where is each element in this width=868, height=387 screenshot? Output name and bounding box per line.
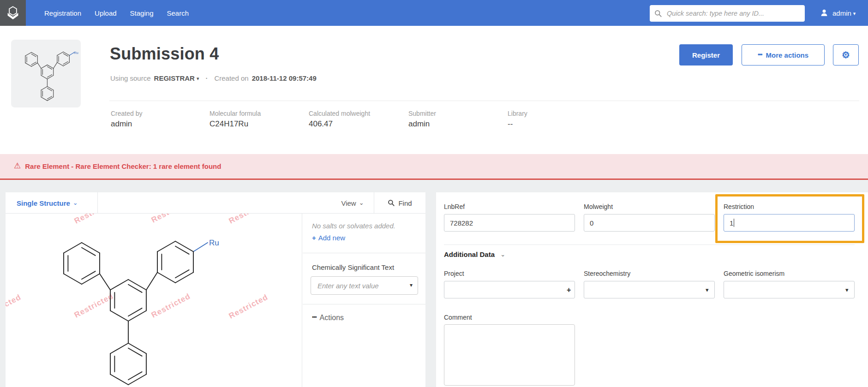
find-button[interactable]: Find xyxy=(374,192,425,214)
molweight-input[interactable] xyxy=(584,214,715,232)
atom-label-ru: Ru xyxy=(74,51,78,55)
project-label: Project xyxy=(444,270,464,277)
restriction-value: 1 xyxy=(730,219,733,227)
molecule-thumbnail-svg: Ru xyxy=(11,40,81,107)
project-input[interactable] xyxy=(444,281,575,298)
cst-label: Chemically Significant Text xyxy=(312,263,394,271)
using-source-label: Using source xyxy=(110,74,151,82)
hexagon-box-logo-icon xyxy=(4,4,22,22)
add-new-label: Add new xyxy=(318,234,345,242)
app-logo[interactable] xyxy=(0,0,26,26)
quick-search-box xyxy=(650,5,805,22)
nav-item-registration[interactable]: Registration xyxy=(44,9,81,17)
add-new-salt-link[interactable]: +Add new xyxy=(312,234,345,242)
more-actions-label: More actions xyxy=(766,51,809,59)
additional-data-label: Additional Data xyxy=(444,250,495,258)
nav-item-staging[interactable]: Staging xyxy=(130,9,154,17)
meta-label: Submitter xyxy=(408,110,436,117)
alert-message: Rare Element - Rare Element Checker: 1 r… xyxy=(25,162,221,170)
created-on-value: 2018-11-12 09:57:49 xyxy=(252,74,317,82)
header-divider xyxy=(109,101,859,101)
nav-item-upload[interactable]: Upload xyxy=(95,9,117,17)
meta-molecular-formula: Molecular formula C24H17Ru xyxy=(210,110,261,129)
more-actions-button[interactable]: ••• More actions xyxy=(742,44,825,65)
meta-label: Created by xyxy=(111,110,142,117)
meta-calculated-molweight: Calculated molweight 406.47 xyxy=(309,110,370,129)
user-menu[interactable]: admin ▾ xyxy=(820,0,856,26)
structure-side-column: No salts or solvates added. +Add new Che… xyxy=(303,214,425,387)
lnbref-input[interactable] xyxy=(444,214,575,232)
structure-mode-label: Single Structure xyxy=(17,199,70,207)
meta-submitter: Submitter admin xyxy=(408,110,436,129)
structure-thumbnail[interactable]: Ru xyxy=(11,40,81,107)
cst-field: ▾ xyxy=(311,276,418,295)
submission-header: Ru Submission 4 Using source REGISTRAR ▾… xyxy=(0,26,868,154)
cst-input[interactable] xyxy=(311,276,418,295)
restriction-input[interactable]: 1 xyxy=(724,214,855,232)
molweight-label: Molweight xyxy=(584,203,613,210)
nav-menu: Registration Upload Staging Search xyxy=(44,0,189,26)
meta-value: admin xyxy=(408,119,436,129)
plus-icon: + xyxy=(312,234,316,242)
meta-label: Molecular formula xyxy=(210,110,261,117)
form-panel: LnbRef Molweight Restriction 1 Additiona… xyxy=(436,192,868,387)
chevron-down-icon: ⌄ xyxy=(73,199,78,206)
salts-empty-text: No salts or solvates added. xyxy=(312,222,395,230)
submission-subline: Using source REGISTRAR ▾ · Created on 20… xyxy=(110,74,317,82)
form-divider xyxy=(444,244,855,245)
meta-value: 406.47 xyxy=(309,119,370,129)
geometric-isomerism-select[interactable] xyxy=(724,281,855,298)
actions-menu-button[interactable]: •••Actions xyxy=(312,314,344,322)
structure-mode-select[interactable]: Single Structure ⌄ xyxy=(6,192,98,214)
geometric-isomerism-label: Geometric isomerism xyxy=(724,270,784,277)
stereochemistry-label: Stereochemistry xyxy=(584,270,630,277)
comment-label: Comment xyxy=(444,314,472,321)
stereochemistry-select[interactable] xyxy=(584,281,715,298)
meta-label: Calculated molweight xyxy=(309,110,370,117)
source-select[interactable]: REGISTRAR xyxy=(154,74,195,82)
atom-label-ru: Ru xyxy=(209,238,219,247)
meta-value: -- xyxy=(508,119,527,129)
ellipsis-icon: ••• xyxy=(758,51,762,58)
view-label: View xyxy=(341,199,356,207)
structure-panel-header: Single Structure ⌄ View ⌄ Find xyxy=(6,192,425,214)
cst-section: Chemically Significant Text ▾ xyxy=(303,253,425,304)
warning-icon: ⚠ xyxy=(14,161,21,171)
rare-element-alert[interactable]: ⚠ Rare Element - Rare Element Checker: 1… xyxy=(0,154,868,180)
search-icon xyxy=(388,199,395,207)
meta-created-by: Created by admin xyxy=(111,110,142,129)
find-label: Find xyxy=(398,199,412,207)
meta-label: Library xyxy=(508,110,527,117)
text-cursor xyxy=(734,219,734,227)
created-on-label: Created on xyxy=(214,74,248,82)
molecule-svg: Ru xyxy=(6,214,302,387)
settings-button[interactable]: ⚙ xyxy=(833,44,859,65)
meta-value: admin xyxy=(111,119,142,129)
user-name: admin xyxy=(832,9,851,17)
additional-data-toggle[interactable]: Additional Data ⌄ xyxy=(444,250,505,258)
chevron-down-icon[interactable]: ▾ xyxy=(197,76,199,82)
page-title: Submission 4 xyxy=(110,44,219,64)
structure-panel: Single Structure ⌄ View ⌄ Find Restricte… xyxy=(6,192,425,387)
meta-value: C24H17Ru xyxy=(210,119,261,129)
register-button[interactable]: Register xyxy=(679,44,733,65)
comment-textarea[interactable] xyxy=(444,324,575,386)
salts-section: No salts or solvates added. +Add new xyxy=(303,214,425,253)
user-icon xyxy=(820,8,829,18)
search-icon xyxy=(654,10,662,18)
actions-section: •••Actions xyxy=(303,304,425,387)
actions-label: Actions xyxy=(320,314,344,322)
dot-separator: · xyxy=(205,74,208,82)
restriction-label: Restriction xyxy=(724,203,754,210)
nav-item-search[interactable]: Search xyxy=(167,9,189,17)
gear-icon: ⚙ xyxy=(842,49,850,60)
lnbref-label: LnbRef xyxy=(444,203,465,210)
top-navbar: Registration Upload Staging Search admin… xyxy=(0,0,868,26)
chevron-down-icon: ▾ xyxy=(853,11,856,17)
quick-search-input[interactable] xyxy=(666,9,800,18)
view-menu-button[interactable]: View ⌄ xyxy=(331,192,374,214)
chevron-down-icon: ⌄ xyxy=(500,251,505,258)
registration-app: Registration Upload Staging Search admin… xyxy=(0,0,868,387)
meta-library: Library -- xyxy=(508,110,527,129)
structure-canvas[interactable]: Restricted Restricted Restricted Restric… xyxy=(6,214,302,387)
